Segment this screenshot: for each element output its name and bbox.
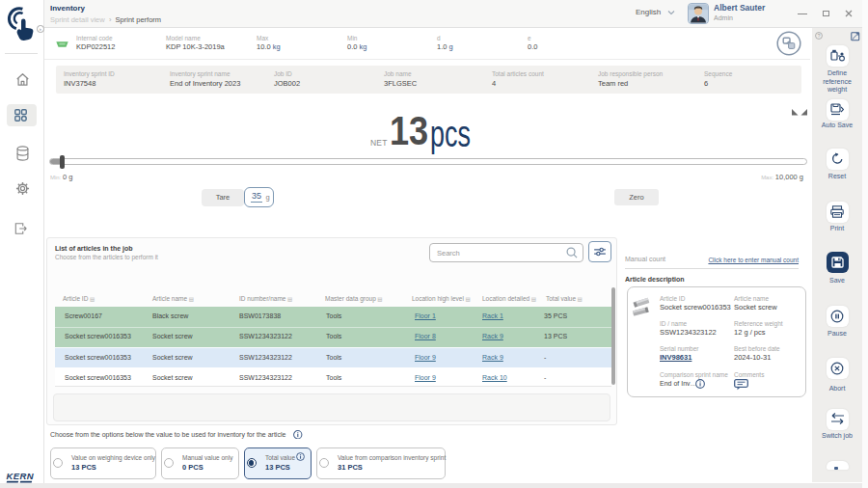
svg-text:?: ? <box>818 33 821 39</box>
svg-text:KERN: KERN <box>7 472 35 481</box>
